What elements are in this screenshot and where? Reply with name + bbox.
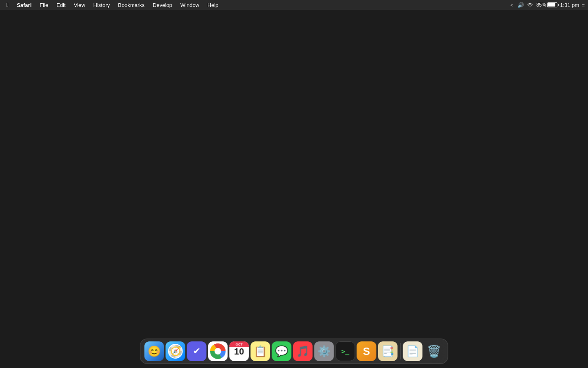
menu-help[interactable]: Help — [204, 1, 222, 9]
menu-bookmarks[interactable]: Bookmarks — [115, 1, 148, 9]
menu-safari[interactable]: Safari — [13, 1, 35, 9]
menu-window[interactable]: Window — [177, 1, 203, 9]
chrome-icon — [210, 343, 226, 359]
dock-item-sublime-text[interactable] — [357, 341, 376, 361]
safari-compass — [168, 344, 183, 359]
battery-icon — [547, 2, 557, 7]
battery-fill — [548, 3, 555, 7]
battery-percent: 85% — [536, 2, 546, 8]
dock: OCT 10 — [140, 339, 448, 364]
wifi-icon[interactable] — [526, 2, 534, 8]
dock-item-music[interactable] — [293, 341, 313, 361]
desktop — [0, 10, 588, 368]
menu-file[interactable]: File — [36, 1, 51, 9]
menu-edit[interactable]: Edit — [53, 1, 69, 9]
dock-item-messages[interactable] — [272, 341, 292, 361]
clock[interactable]: 1:31 pm — [560, 2, 579, 8]
dock-item-omnifocus[interactable] — [187, 341, 207, 361]
menubar-right: < 🔊 85% 1:31 pm ≡ — [509, 1, 585, 9]
svg-point-1 — [215, 348, 221, 355]
dock-item-finder[interactable] — [145, 341, 164, 361]
dock-item-notefile[interactable] — [378, 341, 398, 361]
menu-develop[interactable]: Develop — [149, 1, 176, 9]
dock-item-terminal[interactable] — [336, 341, 355, 361]
battery-indicator[interactable]: 85% — [536, 2, 557, 8]
menu-bar:  Safari File Edit View History Bookmark… — [0, 0, 588, 10]
control-strip-icon[interactable]: < — [509, 1, 515, 9]
dock-item-system-preferences[interactable] — [314, 341, 334, 361]
notification-center-icon[interactable]: ≡ — [581, 2, 585, 8]
dock-item-notes[interactable] — [251, 341, 270, 361]
menu-view[interactable]: View — [71, 1, 89, 9]
menu-history[interactable]: History — [90, 1, 113, 9]
dock-item-chrome[interactable] — [208, 341, 228, 361]
apple-menu[interactable]:  — [3, 1, 12, 9]
dock-item-calendar[interactable]: OCT 10 — [229, 341, 249, 361]
dock-item-safari[interactable] — [166, 341, 185, 361]
volume-icon[interactable]: 🔊 — [517, 2, 524, 8]
menubar-left:  Safari File Edit View History Bookmark… — [3, 1, 222, 9]
dock-item-clipboard[interactable] — [403, 341, 423, 361]
dock-item-trash[interactable] — [424, 341, 444, 361]
dock-separator — [400, 343, 401, 359]
calendar-day: 10 — [234, 347, 244, 356]
